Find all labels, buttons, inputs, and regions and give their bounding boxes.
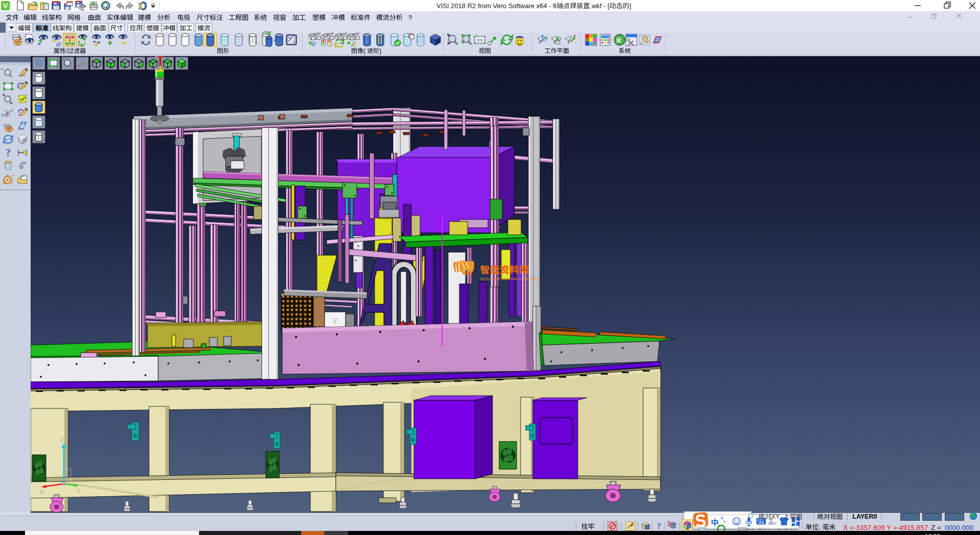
svg-text::: :	[819, 523, 821, 531]
svg-text:°,: °,	[721, 516, 725, 523]
svg-text:Z =: Z =	[931, 523, 941, 531]
svg-text:0000.000: 0000.000	[945, 523, 973, 531]
svg-text:X =-3357.609 Y =-4915.857: X =-3357.609 Y =-4915.857	[843, 523, 928, 531]
svg-text:LAYER0: LAYER0	[852, 513, 877, 520]
svg-text:XY: XY	[771, 513, 780, 520]
svg-text:7: 7	[774, 522, 776, 525]
